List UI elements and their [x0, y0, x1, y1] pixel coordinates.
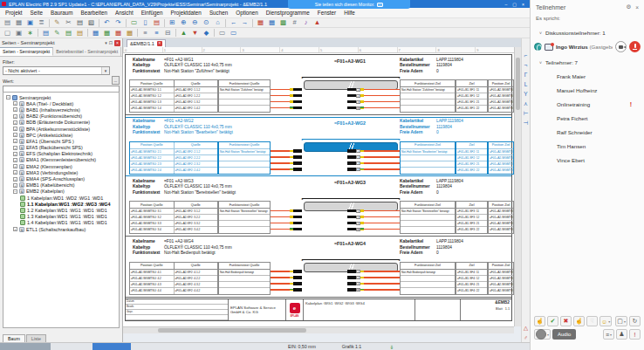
- tree-expander-icon[interactable]: +: [13, 227, 17, 231]
- menu-bauraum[interactable]: Bauraum: [51, 10, 73, 16]
- slow-down-icon[interactable]: ☟: [586, 316, 598, 326]
- paste-icon[interactable]: ▧: [86, 18, 97, 27]
- vertical-scroll-thumb[interactable]: [516, 58, 520, 110]
- cable-section[interactable]: Kabelname=F01 +A2-WG3KabeltypÖLFLEX® CLA…: [126, 177, 511, 237]
- tree-item[interactable]: +&BAA (Titel- / Deckblatt): [3, 100, 119, 106]
- tree-item[interactable]: 1.4 Kabelplan:WD1 :WG1 :WD1 :WD1: [3, 220, 119, 226]
- tree-expander-icon[interactable]: +: [13, 183, 17, 188]
- emoji-icon[interactable]: ☺▾: [599, 316, 612, 326]
- mic-button[interactable]: [629, 41, 641, 52]
- close-button[interactable]: ×: [522, 2, 524, 7]
- save-icon[interactable]: ▣: [24, 18, 36, 27]
- menu-projekt[interactable]: Projekt: [5, 10, 23, 16]
- tree-expander-icon[interactable]: +: [13, 152, 17, 156]
- minimize-button[interactable]: –: [505, 2, 508, 7]
- tree-item[interactable]: +&EFA5 (Rackübersicht SPS): [3, 145, 119, 151]
- tree-expander-icon[interactable]: −: [6, 95, 10, 100]
- tree-item[interactable]: +&EMB1 (Kabelübersicht): [3, 182, 119, 189]
- corner-bl-icon[interactable]: Γ: [522, 70, 530, 79]
- presenter-icon[interactable]: ♟: [616, 329, 627, 340]
- menu-suchen[interactable]: Suchen: [209, 10, 228, 16]
- speed-up-icon[interactable]: ☝: [573, 316, 585, 326]
- tree-item[interactable]: −Seminarprojekt: [3, 94, 119, 100]
- tree-expander-icon[interactable]: +: [13, 170, 17, 175]
- window-icon[interactable]: ▢: [2, 29, 13, 38]
- tree-expander-icon[interactable]: −: [13, 189, 17, 194]
- tree-item[interactable]: +&EMA4 (SPS-Anschlussplan): [3, 175, 119, 182]
- grid-red-icon[interactable]: ▦: [255, 18, 266, 27]
- copy-icon[interactable]: ▤: [74, 18, 86, 27]
- pin-icon[interactable]: ⊡: [109, 40, 113, 45]
- yes-icon[interactable]: ✔: [547, 316, 558, 326]
- attendee-row[interactable]: Frank Maier: [557, 69, 644, 83]
- tree-item[interactable]: 1.2 Kabelplan:WD1 :WG1 :WD1 :WD1: [3, 207, 119, 213]
- sheet-green-icon[interactable]: ▤: [63, 29, 74, 38]
- attendee-row[interactable]: Vince Ebert: [557, 153, 644, 167]
- participants-close-icon[interactable]: ×: [635, 4, 639, 10]
- symbol-icon[interactable]: ♪: [300, 18, 312, 27]
- triangle-icon[interactable]: △: [522, 323, 530, 333]
- grid-green-icon[interactable]: ▩: [277, 18, 289, 27]
- menu-einfügen[interactable]: Einfügen: [141, 10, 163, 16]
- tab-close-icon[interactable]: ×: [157, 41, 162, 46]
- tree-item[interactable]: 1.1 Kabelplan:WG1 :WG2 :WG3 :WG4: [3, 201, 119, 207]
- grid-blue-icon[interactable]: ▦: [266, 18, 277, 27]
- frame-blue-icon[interactable]: ▭: [228, 29, 239, 38]
- tree-item[interactable]: 1.3 Kabelplan:WD1 :WG1 :WD1 :WD1: [3, 214, 119, 220]
- refresh-icon[interactable]: ↻: [629, 316, 641, 326]
- menu-fenster[interactable]: Fenster: [318, 10, 336, 16]
- horizontal-scrollbar[interactable]: [123, 326, 514, 333]
- menu-dienstprogramme[interactable]: Dienstprogramme: [266, 10, 310, 16]
- refresh-icon[interactable]: ∗: [24, 29, 36, 38]
- down-icon[interactable]: ▼: [189, 29, 201, 38]
- tree-item[interactable]: +&ETL1 (Schaltschrankaufbau): [3, 226, 119, 232]
- view-list-icon[interactable]: ≡▾: [603, 329, 614, 340]
- tree-expander-icon[interactable]: +: [13, 146, 17, 150]
- collapse-icon[interactable]: ⊟: [162, 29, 174, 38]
- connector-icon[interactable]: ♂: [522, 333, 530, 342]
- up-icon[interactable]: ▲: [178, 29, 189, 38]
- zoom-1to1-icon[interactable]: ⊙: [201, 18, 212, 27]
- share-screen-icon[interactable]: ▢▾: [615, 316, 627, 326]
- screen-share-banner[interactable]: Sie teilen sich diesen Monitor.: [288, 0, 410, 9]
- corner-tr-icon[interactable]: ¬: [522, 60, 530, 70]
- tree-expander-icon[interactable]: +: [13, 114, 17, 119]
- back-icon[interactable]: ←: [228, 18, 239, 27]
- attendee-row[interactable]: Ralf Schneider: [557, 125, 644, 139]
- audio-device-button[interactable]: ▾: [534, 329, 551, 340]
- menu-hilfe[interactable]: Hilfe: [344, 10, 355, 16]
- t-node-icon[interactable]: Y: [522, 89, 530, 99]
- device-icon[interactable]: ▦: [90, 29, 101, 38]
- new-page-icon[interactable]: ▤: [2, 18, 13, 27]
- menu-seite[interactable]: Seite: [31, 10, 43, 16]
- tool-icon[interactable]: ✎: [51, 18, 63, 27]
- tree-item[interactable]: −&EMB2 (Kabelplan): [3, 189, 119, 195]
- zoom-window-icon[interactable]: ⊞: [167, 18, 178, 27]
- attendee-row[interactable]: Tim Hansen: [557, 139, 644, 153]
- raise-hand-icon[interactable]: ☝: [534, 316, 545, 326]
- tree-item[interactable]: +&EMA1 (Klemmenleistenübersicht): [3, 157, 119, 163]
- redo-icon[interactable]: ↷: [113, 18, 124, 27]
- forward-icon[interactable]: →: [239, 18, 250, 27]
- panel-dropdown-icon[interactable]: ▾: [105, 40, 107, 45]
- attendee-row[interactable]: Petra Fichert: [557, 111, 644, 125]
- zoom-out-icon[interactable]: ⊖: [189, 18, 201, 27]
- maximize-button[interactable]: ▢: [512, 2, 517, 7]
- host-row[interactable]: Ingo Wirzius (Gastgeber, ich): [531, 39, 644, 56]
- cable-section[interactable]: Kabelname=F01 +A2-WG4KabeltypÖLFLEX® CLA…: [126, 238, 511, 298]
- tree-item[interactable]: +&BAB2 (Funktionsübersicht): [3, 113, 119, 120]
- tree-item[interactable]: +&EFS (Schaltplan Elektrotechnik): [3, 151, 119, 157]
- list-icon[interactable]: ≡: [140, 29, 151, 38]
- tree-expander-icon[interactable]: +: [13, 164, 17, 168]
- tree-item[interactable]: +&BPA (Artikelsummenstückliste): [3, 126, 119, 132]
- tree-expander-icon[interactable]: +: [13, 120, 17, 125]
- tree-item[interactable]: 1 Kabelplan:WD1 :WD2 :WG1 :WD1: [3, 195, 119, 201]
- corner-br-icon[interactable]: L: [522, 79, 530, 89]
- tree-expander-icon[interactable]: +: [13, 101, 17, 106]
- device-red-icon[interactable]: ▦: [113, 29, 124, 38]
- tab-liste[interactable]: Liste: [26, 334, 46, 342]
- tree-expander-icon[interactable]: +: [13, 139, 17, 143]
- cut-icon[interactable]: ✂: [63, 18, 74, 27]
- tree-item[interactable]: +&BAB1 (Inhaltsverzeichnis): [3, 106, 119, 113]
- pages-panel-header[interactable]: Seiten - Seminarprojekt ▾ ⊡ ×: [0, 38, 122, 47]
